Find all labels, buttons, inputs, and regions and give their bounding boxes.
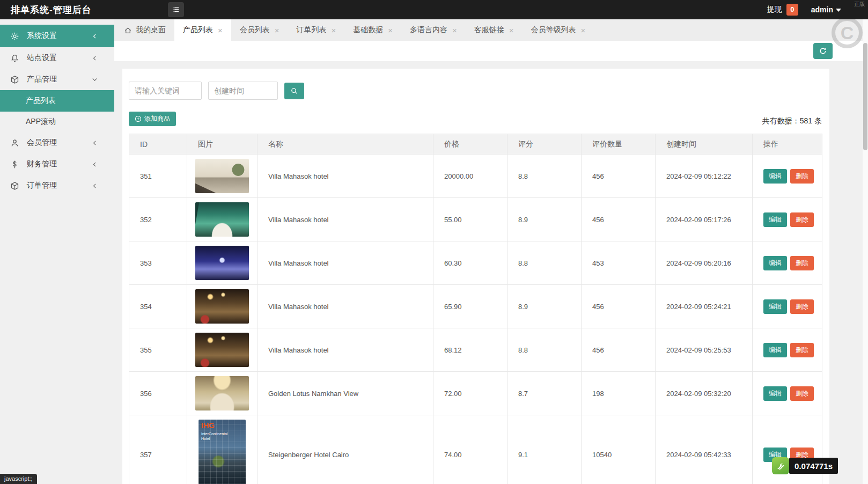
sidebar-subitem-label: APP滚动	[26, 117, 56, 127]
edit-button[interactable]: 编辑	[763, 256, 787, 270]
cell-reviews: 453	[582, 241, 656, 285]
cell-reviews: 456	[582, 328, 656, 372]
trace-widget: 0.074771s	[772, 457, 838, 474]
tab-2[interactable]: 会员列表×	[231, 19, 288, 41]
table-row: 353Villa Mahasok hotel60.308.84532024-02…	[129, 241, 822, 285]
cell-price: 55.00	[433, 198, 507, 241]
edit-button[interactable]: 编辑	[763, 299, 787, 314]
tab-5[interactable]: 多语言内容×	[401, 19, 466, 41]
delete-button[interactable]: 删除	[790, 299, 814, 314]
column-header: 价格	[433, 134, 507, 155]
edit-button[interactable]: 编辑	[763, 169, 787, 184]
sidebar-item-4[interactable]: 财务管理	[0, 153, 114, 175]
sidebar-item-0[interactable]: 系统设置	[0, 25, 114, 47]
tab-close-icon[interactable]: ×	[581, 26, 586, 35]
hotel-building-photo[interactable]: IHGInterContinental Hotel	[198, 420, 246, 484]
withdraw-label: 提现	[767, 5, 782, 14]
table-row: 354Villa Mahasok hotel65.908.94562024-02…	[129, 285, 822, 328]
cell-price: 65.90	[433, 285, 507, 328]
cell-actions: 编辑删除	[753, 155, 822, 198]
tab-close-icon[interactable]: ×	[218, 26, 223, 35]
cell-rating: 8.9	[507, 198, 582, 241]
tab-close-icon[interactable]: ×	[452, 26, 457, 35]
cell-created: 2024-02-09 05:17:26	[656, 198, 753, 241]
edit-button[interactable]: 编辑	[763, 343, 787, 357]
cell-created: 2024-02-09 05:24:21	[656, 285, 753, 328]
sidebar-item-label: 订单管理	[27, 181, 57, 190]
tab-4[interactable]: 基础数据×	[344, 19, 401, 41]
delete-button[interactable]: 删除	[790, 212, 814, 227]
user-menu[interactable]: admin	[811, 5, 841, 14]
cell-reviews: 198	[582, 372, 656, 415]
edit-button[interactable]: 编辑	[763, 212, 787, 227]
sidebar-item-1[interactable]: 站点设置	[0, 47, 114, 69]
cell-price: 68.12	[433, 328, 507, 372]
tab-6[interactable]: 客服链接×	[466, 19, 523, 41]
edit-button[interactable]: 编辑	[763, 386, 787, 401]
cell-created: 2024-02-09 05:25:53	[656, 328, 753, 372]
banquet-hall-photo[interactable]	[195, 376, 249, 410]
sidebar-item-5[interactable]: 订单管理	[0, 175, 114, 196]
dollar-icon	[10, 159, 19, 169]
add-product-button[interactable]: 添加商品	[129, 112, 176, 126]
app-title: 排单系统-管理后台	[0, 4, 92, 16]
create-time-input[interactable]	[208, 82, 278, 100]
scrollbar-thumb[interactable]	[863, 43, 867, 150]
keyword-input[interactable]	[129, 82, 202, 100]
sidebar-subitem-label: 产品列表	[26, 96, 56, 106]
page-scrollbar[interactable]	[863, 19, 868, 484]
cell-id: 351	[129, 155, 187, 198]
withdraw-link[interactable]: 提现 0	[767, 4, 798, 16]
photo-logo-subtext: InterContinental Hotel	[201, 431, 233, 441]
table-row: 355Villa Mahasok hotel68.128.84562024-02…	[129, 328, 822, 372]
sidebar-subitem-2-0[interactable]: 产品列表	[0, 90, 114, 112]
tab-close-icon[interactable]: ×	[275, 26, 279, 35]
cell-id: 355	[129, 328, 187, 372]
cell-price: 60.30	[433, 241, 507, 285]
tab-close-icon[interactable]: ×	[509, 26, 514, 35]
glass-lounge-photo[interactable]	[195, 202, 249, 237]
chevron-left-icon	[91, 160, 98, 168]
delete-button[interactable]: 删除	[790, 256, 814, 270]
app-header: 排单系统-管理后台 提现 0 admin	[0, 0, 868, 19]
package-icon	[10, 75, 19, 84]
cell-created: 2024-02-09 05:20:16	[656, 241, 753, 285]
tab-close-icon[interactable]: ×	[332, 26, 336, 35]
search-button[interactable]	[284, 83, 304, 99]
sidebar-item-label: 系统设置	[27, 31, 57, 41]
thinkphp-trace-icon[interactable]	[772, 457, 789, 474]
table-row: 357IHGInterContinental HotelSteigenberge…	[129, 415, 822, 484]
total-count: 581	[800, 116, 812, 125]
tab-3[interactable]: 订单列表×	[288, 19, 345, 41]
delete-button[interactable]: 删除	[790, 386, 814, 401]
menu-list-icon	[172, 5, 180, 14]
refresh-button[interactable]	[813, 43, 833, 59]
cell-name: Villa Mahasok hotel	[258, 328, 433, 372]
sidebar-item-3[interactable]: 会员管理	[0, 132, 114, 153]
cell-name: Villa Mahasok hotel	[258, 241, 433, 285]
hotel-bedroom-photo[interactable]	[195, 159, 249, 193]
restaurant-photo[interactable]	[195, 289, 249, 324]
tab-close-icon[interactable]: ×	[388, 26, 393, 35]
sidebar-toggle-button[interactable]	[168, 2, 184, 17]
restaurant-photo[interactable]	[195, 333, 249, 367]
tab-desktop[interactable]: 我的桌面	[115, 19, 174, 41]
tab-1[interactable]: 产品列表×	[174, 19, 231, 41]
cell-actions: 编辑删除	[753, 285, 822, 328]
column-header: ID	[129, 134, 187, 155]
delete-button[interactable]: 删除	[790, 343, 814, 357]
sidebar-subitem-2-1[interactable]: APP滚动	[0, 112, 114, 132]
purple-room-photo[interactable]	[195, 246, 249, 280]
cell-price: 20000.00	[433, 155, 507, 198]
sidebar-item-label: 产品管理	[27, 75, 57, 84]
delete-button[interactable]: 删除	[790, 169, 814, 184]
sidebar-item-2[interactable]: 产品管理	[0, 69, 114, 90]
cell-price: 74.00	[433, 415, 507, 484]
cell-reviews: 10540	[582, 415, 656, 484]
chevron-left-icon	[91, 139, 98, 146]
sidebar-item-label: 财务管理	[27, 159, 57, 169]
chevron-down-icon	[91, 76, 98, 83]
tab-7[interactable]: 会员等级列表×	[523, 19, 594, 41]
refresh-icon	[819, 47, 827, 55]
table-row: 352Villa Mahasok hotel55.008.94562024-02…	[129, 198, 822, 241]
